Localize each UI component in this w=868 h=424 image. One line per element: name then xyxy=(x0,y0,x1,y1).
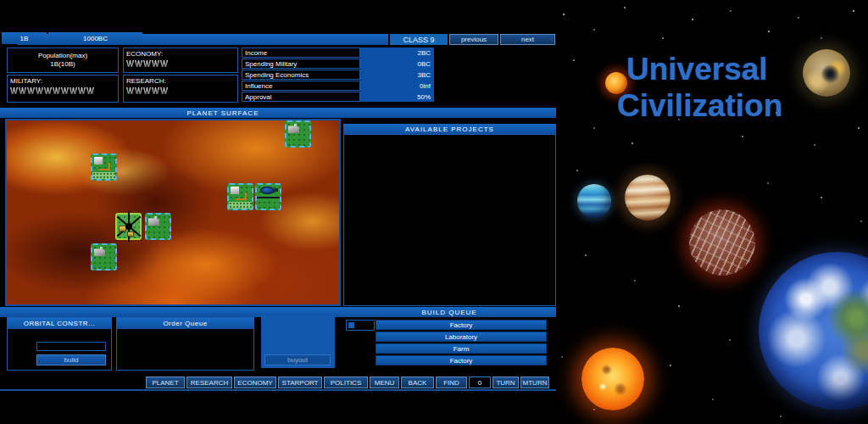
military-unit-icon xyxy=(61,87,69,94)
population-readout: 1B xyxy=(2,32,47,44)
window-bottom-edge xyxy=(0,389,556,391)
economy-label: ECONOMY: xyxy=(126,50,163,58)
turn-button[interactable]: TURN xyxy=(492,377,519,388)
planet-surface-map[interactable] xyxy=(5,119,341,306)
surface-tile-factory[interactable] xyxy=(91,243,117,271)
military-strength-icons xyxy=(10,87,115,94)
starport-button[interactable]: STARPORT xyxy=(278,377,322,388)
economy-unit-icon xyxy=(143,60,151,67)
budget-values-column: 2BC 0BC 3BC 0inf 50% xyxy=(360,47,434,102)
mturn-button[interactable]: MTURN xyxy=(520,377,549,388)
economy-unit-icon xyxy=(152,60,159,67)
order-queue-header: Order Queue xyxy=(117,318,253,329)
surface-tile-factory[interactable] xyxy=(145,213,171,240)
population-panel: Population(max) 1B(10B) xyxy=(7,47,119,73)
available-projects-header: AVAILABLE PROJECTS xyxy=(343,124,556,134)
budget-row-value: 50% xyxy=(360,92,434,103)
research-strength-icons xyxy=(126,87,235,94)
jupiter-planet xyxy=(625,175,670,220)
economy-strength-icons xyxy=(126,60,235,67)
universal-civilization-banner: { "window": { "icon": "eagle-wings-icon"… xyxy=(0,0,868,424)
construction-icon xyxy=(127,232,134,237)
research-unit-icon xyxy=(152,87,159,94)
budget-row-label: Income xyxy=(242,47,360,58)
orbital-construction-header: ORBITAL CONSTR... xyxy=(8,318,111,329)
military-unit-icon xyxy=(10,87,18,94)
budget-row-label: Spending Military xyxy=(242,59,360,69)
surface-tile-farm[interactable] xyxy=(91,153,117,181)
build-queue-item[interactable]: Factory xyxy=(376,355,547,365)
find-button[interactable]: FIND xyxy=(436,377,467,388)
buyout-button[interactable]: buyout xyxy=(264,354,331,365)
budget-row-value: 0inf xyxy=(360,81,434,92)
politics-button[interactable]: POLITICS xyxy=(324,377,368,388)
farm-field-icon xyxy=(92,172,115,179)
economy-button[interactable]: ECONOMY xyxy=(234,377,276,388)
build-progress-bar xyxy=(346,320,375,331)
earth xyxy=(759,252,868,410)
factory-icon xyxy=(288,124,299,133)
blue-striped-planet xyxy=(577,184,611,218)
farm-field-icon xyxy=(229,202,252,209)
previous-planet-button[interactable]: previous xyxy=(449,34,498,45)
economy-unit-icon xyxy=(126,60,134,67)
military-unit-icon xyxy=(19,87,26,94)
buyout-panel: buyout xyxy=(261,315,335,368)
build-queue-item[interactable]: Laboratory xyxy=(376,332,547,342)
surface-tile-factory[interactable] xyxy=(285,120,311,148)
military-unit-icon xyxy=(36,87,43,94)
budget-row-label: Influence xyxy=(242,81,360,91)
research-unit-icon xyxy=(135,87,142,94)
laboratory-dot-icon xyxy=(275,188,278,192)
laboratory-road-icon xyxy=(257,197,280,198)
military-unit-icon xyxy=(70,87,77,94)
budget-row-label: Approval xyxy=(242,92,360,102)
factory-icon xyxy=(148,216,159,226)
planet-surface-header: PLANET SURFACE xyxy=(0,108,556,118)
budget-row-value: 3BC xyxy=(360,70,434,81)
back-button[interactable]: BACK xyxy=(401,377,434,388)
budget-row-value: 0BC xyxy=(360,59,434,70)
planet-class-badge: CLASS 9 xyxy=(390,34,448,45)
economy-unit-icon xyxy=(135,60,142,67)
economy-unit-icon xyxy=(160,60,168,67)
find-input[interactable]: 0 xyxy=(469,377,491,388)
farm-path-icon xyxy=(99,163,110,170)
budget-row-label: Spending Economics xyxy=(242,70,360,80)
build-queue-item[interactable]: Farm xyxy=(376,343,547,354)
military-unit-icon xyxy=(86,87,94,94)
population-value: 1B(10B) xyxy=(50,60,75,69)
research-panel: RESEARCH: xyxy=(123,75,238,103)
red-rocky-planet xyxy=(689,209,755,276)
economy-panel: ECONOMY: xyxy=(123,47,238,73)
main-toolbar: PLANET RESEARCH ECONOMY STARPORT POLITIC… xyxy=(146,377,549,388)
budget-labels-column: Income Spending Military Spending Econom… xyxy=(242,47,360,103)
research-unit-icon xyxy=(126,87,134,94)
military-unit-icon xyxy=(78,87,86,94)
population-label: Population(max) xyxy=(38,52,87,60)
next-planet-button[interactable]: next xyxy=(500,34,555,45)
selection-center-icon xyxy=(125,223,132,230)
surface-tile-laboratory[interactable] xyxy=(255,183,281,210)
orbital-build-input[interactable] xyxy=(36,342,106,351)
military-unit-icon xyxy=(44,87,52,94)
orbital-build-button[interactable]: build xyxy=(36,354,106,365)
research-unit-icon xyxy=(143,87,151,94)
menu-button[interactable]: MENU xyxy=(370,377,399,388)
order-queue-panel: Order Queue xyxy=(116,317,254,371)
research-label: RESEARCH: xyxy=(126,77,166,85)
laboratory-dome-icon xyxy=(260,187,275,194)
military-unit-icon xyxy=(53,87,60,94)
factory-icon xyxy=(94,247,105,256)
planet-button[interactable]: PLANET xyxy=(146,377,185,388)
military-label: MILITARY: xyxy=(10,77,42,85)
budget-row-value: 2BC xyxy=(360,47,434,59)
build-queue-item[interactable]: Factory xyxy=(376,320,547,330)
rocky-moon-planet xyxy=(803,49,850,97)
surface-tile-selected[interactable] xyxy=(115,213,142,240)
surface-tile-farm[interactable] xyxy=(227,183,253,210)
orbital-construction-panel: ORBITAL CONSTR... build xyxy=(7,317,112,371)
research-button[interactable]: RESEARCH xyxy=(186,377,232,388)
available-projects-list[interactable] xyxy=(343,134,556,306)
farm-path-icon xyxy=(236,192,247,200)
